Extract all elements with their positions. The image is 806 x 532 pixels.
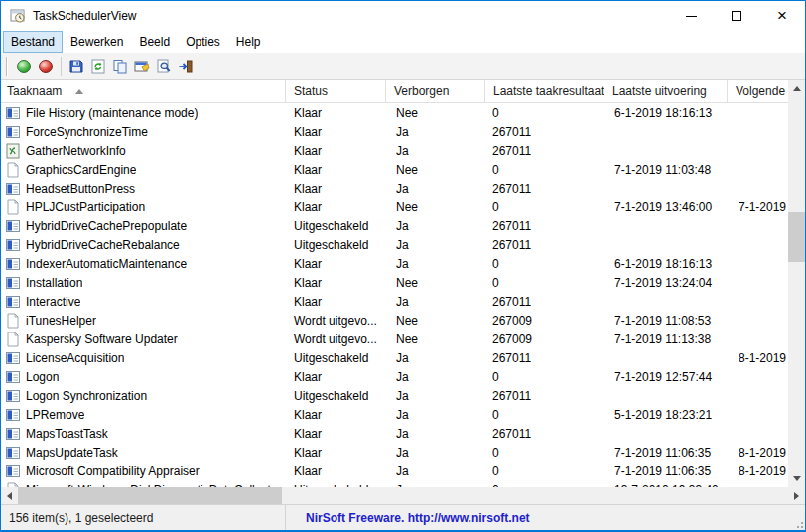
column-header-status[interactable]: Status [286,80,386,102]
task-icon [5,350,21,366]
task-name: Microsoft Compatibility Appraiser [26,465,200,478]
task-name: GatherNetworkInfo [26,144,126,158]
copy-button[interactable] [109,56,131,77]
vertical-scrollbar[interactable] [788,80,805,487]
scroll-down-arrow[interactable] [788,470,805,487]
sort-arrow-icon [75,89,83,94]
table-row[interactable]: MapsUpdateTask Klaar Ja 0 7-1-2019 11:06… [1,443,788,462]
table-row[interactable]: Logon Klaar Ja 0 7-1-2019 12:57:44 [1,367,788,386]
table-row[interactable]: HybridDriveCacheRebalance Uitgeschakeld … [1,235,788,254]
task-status: Klaar [286,141,386,160]
task-result: 0 [485,367,604,386]
task-result: 0 [485,462,604,480]
scroll-left-arrow[interactable] [1,487,18,504]
table-row[interactable]: MapsToastTask Klaar Ja 267011 [1,424,788,443]
scroll-right-arrow[interactable] [788,487,805,504]
task-result: 0 [485,405,604,424]
task-lastrun: 7-1-2019 11:06:35 [604,443,728,462]
task-status: Klaar [286,160,386,179]
horizontal-scroll-thumb[interactable] [18,487,282,504]
task-name: Interactive [26,295,80,309]
task-result: 267009 [485,311,604,330]
save-report-button[interactable] [66,56,87,77]
table-row[interactable]: Kaspersky Software Updater Wordt uitgevo… [1,330,788,348]
horizontal-scrollbar[interactable] [1,487,805,504]
table-row[interactable]: HPLJCustParticipation Klaar Nee 0 7-1-20… [1,198,788,216]
table-row[interactable]: Microsoft Compatibility Appraiser Klaar … [1,462,788,480]
table-row[interactable]: File History (maintenance mode) Klaar Ne… [1,103,788,122]
task-lastrun: 6-1-2019 18:16:13 [604,103,728,122]
task-nextrun [728,141,788,160]
minimize-icon [686,16,697,17]
close-icon: × [777,11,787,21]
resize-grip-icon[interactable] [793,518,803,528]
table-row[interactable]: iTunesHelper Wordt uitgevo... Nee 267009… [1,311,788,330]
task-result: 267011 [485,292,604,311]
task-lastrun [604,179,728,198]
task-hidden: Ja [386,254,485,273]
refresh-button[interactable] [87,56,109,77]
copy-icon [112,59,128,74]
table-row[interactable]: ForceSynchronizeTime Klaar Ja 267011 [1,122,788,141]
task-icon [5,218,21,234]
table-row[interactable]: Logon Synchronization Uitgeschakeld Ja 2… [1,386,788,405]
find-button[interactable] [153,56,175,77]
column-header-laatste-uitvoering[interactable]: Laatste uitvoering [604,80,728,102]
minimize-button[interactable] [668,1,714,31]
menu-item-opties[interactable]: Opties [178,31,228,53]
table-row[interactable]: LPRemove Klaar Ja 0 5-1-2019 18:23:21 [1,405,788,424]
column-header-laatste-taakresultaat[interactable]: Laatste taakresultaat [485,80,604,102]
stop-task-button[interactable] [35,56,57,77]
maximize-button[interactable] [714,1,759,31]
scroll-up-arrow[interactable] [788,80,805,97]
task-nextrun [728,424,788,443]
task-status: Klaar [286,424,386,443]
task-lastrun: 6-1-2019 18:16:13 [604,254,728,273]
column-header-volgende[interactable]: Volgende [728,80,788,102]
table-row[interactable]: LicenseAcquisition Uitgeschakeld Ja 2670… [1,348,788,367]
table-row[interactable]: HybridDriveCachePrepopulate Uitgeschakel… [1,216,788,235]
task-name: Logon Synchronization [26,389,147,403]
doc-icon [5,332,21,347]
menu-item-bewerken[interactable]: Bewerken [63,31,131,53]
vertical-scroll-thumb[interactable] [788,212,805,262]
task-result: 267011 [485,141,604,160]
task-hidden: Ja [386,348,485,367]
run-task-button[interactable] [13,56,35,77]
table-row[interactable]: GraphicsCardEngine Klaar Nee 0 7-1-2019 … [1,160,788,179]
close-button[interactable]: × [759,1,805,31]
menu-item-beeld[interactable]: Beeld [131,31,178,53]
column-header-taaknaam[interactable]: Taaknaam [1,80,286,102]
menu-item-bestand[interactable]: Bestand [3,31,63,53]
task-hidden: Ja [386,122,485,141]
task-nextrun: 8-1-2019 0 [728,348,788,367]
stop-icon [39,60,53,73]
table-row[interactable]: Microsoft-Windows-DiskDiagnosticDataColl… [1,480,788,487]
task-lastrun [604,141,728,160]
table-row[interactable]: Interactive Klaar Ja 267011 [1,292,788,311]
nirsoft-link[interactable]: NirSoft Freeware. http://www.nirsoft.net [306,511,530,525]
menu-item-help[interactable]: Help [228,31,269,53]
task-result: 267011 [485,348,604,367]
column-label: Verborgen [394,84,449,98]
task-list: TaaknaamStatusVerborgenLaatste taakresul… [1,80,805,504]
exit-button[interactable] [175,56,197,77]
task-hidden: Ja [386,179,485,198]
task-nextrun: 8-1-2019 0 [728,462,788,480]
task-hidden: Ja [386,141,485,160]
properties-button[interactable] [131,56,153,77]
table-row[interactable]: IndexerAutomaticMaintenance Klaar Ja 0 6… [1,254,788,273]
item-count-text: 156 item(s), 1 geselecteerd [9,511,153,525]
table-row[interactable]: Installation Klaar Nee 0 7-1-2019 13:24:… [1,273,788,292]
column-header-verborgen[interactable]: Verborgen [386,80,485,102]
table-row[interactable]: GatherNetworkInfo Klaar Ja 267011 [1,141,788,160]
task-hidden: Nee [386,198,485,216]
column-label: Laatste uitvoering [612,84,707,98]
task-hidden: Nee [386,330,485,348]
task-hidden: Ja [386,292,485,311]
window-title: TaskSchedulerView [33,9,137,23]
task-lastrun [604,348,728,367]
table-row[interactable]: HeadsetButtonPress Klaar Ja 267011 [1,179,788,198]
task-name: HybridDriveCacheRebalance [26,238,180,252]
task-result: 0 [485,103,604,122]
